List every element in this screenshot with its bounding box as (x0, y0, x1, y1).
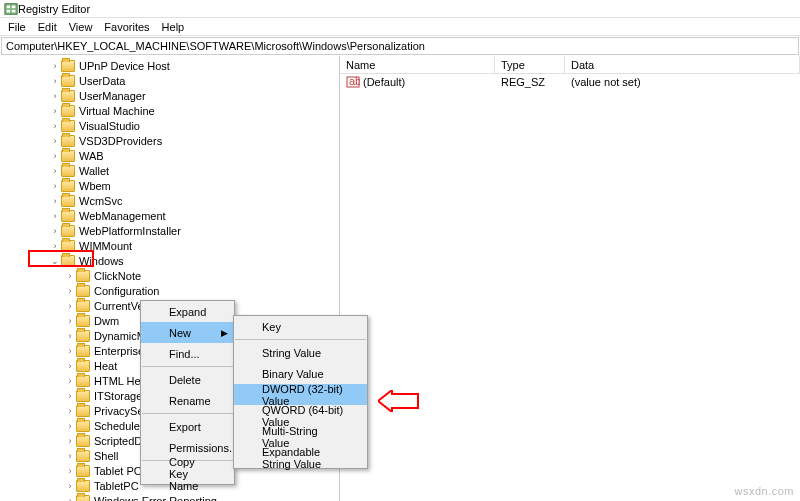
expand-chevron-icon[interactable]: › (49, 76, 61, 86)
expand-chevron-icon[interactable]: › (64, 346, 76, 356)
window-title: Registry Editor (18, 3, 90, 15)
expand-chevron-icon[interactable]: › (64, 286, 76, 296)
expand-chevron-icon[interactable]: › (64, 301, 76, 311)
tree-item-windows[interactable]: ⌄Windows (0, 253, 339, 268)
expand-chevron-icon[interactable]: › (49, 196, 61, 206)
main-area: ›UPnP Device Host›UserData›UserManager›V… (0, 56, 800, 501)
tree-item[interactable]: ›WcmSvc (0, 193, 339, 208)
tree-item[interactable]: ›ClickNote (0, 268, 339, 283)
ctx-new[interactable]: New▶ (141, 322, 234, 343)
folder-icon (76, 390, 90, 402)
col-type[interactable]: Type (495, 56, 565, 73)
folder-icon (76, 285, 90, 297)
expand-chevron-icon[interactable]: › (64, 391, 76, 401)
expand-chevron-icon[interactable]: › (49, 166, 61, 176)
expand-chevron-icon[interactable]: › (49, 121, 61, 131)
ctx-expand[interactable]: Expand (141, 301, 234, 322)
tree-item[interactable]: ›UserManager (0, 88, 339, 103)
folder-icon (76, 330, 90, 342)
tree-label: Heat (93, 360, 117, 372)
expand-chevron-icon[interactable]: › (64, 436, 76, 446)
tree-item[interactable]: ›Virtual Machine (0, 103, 339, 118)
tree-label: Dwm (93, 315, 119, 327)
tree-item[interactable]: ›WebManagement (0, 208, 339, 223)
expand-chevron-icon[interactable]: › (49, 241, 61, 251)
menu-file[interactable]: File (2, 21, 32, 33)
tree-item[interactable]: ›VisualStudio (0, 118, 339, 133)
tree-label: WAB (78, 150, 104, 162)
menu-favorites[interactable]: Favorites (98, 21, 155, 33)
context-submenu-new[interactable]: Key String Value Binary Value DWORD (32-… (233, 315, 368, 469)
tree-label: Tablet PC (93, 465, 142, 477)
value-row[interactable]: ab (Default) REG_SZ (value not set) (340, 74, 800, 90)
expand-chevron-icon[interactable]: › (64, 271, 76, 281)
expand-chevron-icon[interactable]: › (49, 61, 61, 71)
ctx-new-multistring[interactable]: Multi-String Value (234, 426, 367, 447)
tree-item[interactable]: ›UPnP Device Host (0, 58, 339, 73)
tree-item[interactable]: ›Wbem (0, 178, 339, 193)
tree-label: ClickNote (93, 270, 141, 282)
folder-icon (76, 315, 90, 327)
tree-item[interactable]: ›WebPlatformInstaller (0, 223, 339, 238)
tree-item[interactable]: ›Configuration (0, 283, 339, 298)
svg-rect-4 (12, 9, 16, 12)
ctx-delete[interactable]: Delete (141, 369, 234, 390)
watermark: wsxdn.com (734, 485, 794, 497)
ctx-new-string[interactable]: String Value (234, 342, 367, 363)
tree-item[interactable]: ›Wallet (0, 163, 339, 178)
title-bar: Registry Editor (0, 0, 800, 18)
col-data[interactable]: Data (565, 56, 800, 73)
menu-bar: File Edit View Favorites Help (0, 18, 800, 36)
tree-label: WebManagement (78, 210, 166, 222)
ctx-new-expandstring[interactable]: Expandable String Value (234, 447, 367, 468)
ctx-find[interactable]: Find... (141, 343, 234, 364)
folder-icon (61, 90, 75, 102)
expand-chevron-icon[interactable]: › (64, 421, 76, 431)
expand-chevron-icon[interactable]: › (64, 481, 76, 491)
expand-chevron-icon[interactable]: › (64, 316, 76, 326)
ctx-new-dword[interactable]: DWORD (32-bit) Value (234, 384, 367, 405)
ctx-export[interactable]: Export (141, 416, 234, 437)
col-name[interactable]: Name (340, 56, 495, 73)
folder-icon (61, 150, 75, 162)
folder-icon (61, 105, 75, 117)
menu-help[interactable]: Help (156, 21, 191, 33)
expand-chevron-icon[interactable]: › (49, 151, 61, 161)
expand-chevron-icon[interactable]: › (49, 91, 61, 101)
tree-item[interactable]: ›VSD3DProviders (0, 133, 339, 148)
expand-chevron-icon[interactable]: › (49, 181, 61, 191)
ctx-copy-key-name[interactable]: Copy Key Name (141, 463, 234, 484)
ctx-new-key[interactable]: Key (234, 316, 367, 337)
tree-item[interactable]: ›Windows Error Reporting (0, 493, 339, 501)
context-menu[interactable]: Expand New▶ Find... Delete Rename Export… (140, 300, 235, 485)
expand-chevron-icon[interactable]: › (64, 466, 76, 476)
tree-item[interactable]: ›UserData (0, 73, 339, 88)
ctx-new-binary[interactable]: Binary Value (234, 363, 367, 384)
folder-icon (61, 120, 75, 132)
ctx-separator (142, 413, 233, 414)
menu-edit[interactable]: Edit (32, 21, 63, 33)
expand-chevron-icon[interactable]: ⌄ (49, 256, 61, 266)
expand-chevron-icon[interactable]: › (64, 376, 76, 386)
expand-chevron-icon[interactable]: › (64, 451, 76, 461)
expand-chevron-icon[interactable]: › (64, 361, 76, 371)
tree-item[interactable]: ›WIMMount (0, 238, 339, 253)
tree-item[interactable]: ›WAB (0, 148, 339, 163)
value-list[interactable]: Name Type Data ab (Default) REG_SZ (valu… (340, 56, 800, 501)
folder-icon (61, 255, 75, 267)
expand-chevron-icon[interactable]: › (64, 331, 76, 341)
expand-chevron-icon[interactable]: › (64, 496, 76, 502)
tree-label: Configuration (93, 285, 159, 297)
folder-icon (76, 465, 90, 477)
folder-icon (61, 60, 75, 72)
expand-chevron-icon[interactable]: › (49, 106, 61, 116)
ctx-new-qword[interactable]: QWORD (64-bit) Value (234, 405, 367, 426)
expand-chevron-icon[interactable]: › (49, 226, 61, 236)
expand-chevron-icon[interactable]: › (49, 136, 61, 146)
menu-view[interactable]: View (63, 21, 99, 33)
address-bar[interactable]: Computer\HKEY_LOCAL_MACHINE\SOFTWARE\Mic… (1, 37, 799, 55)
expand-chevron-icon[interactable]: › (64, 406, 76, 416)
expand-chevron-icon[interactable]: › (49, 211, 61, 221)
tree-label: Wallet (78, 165, 109, 177)
ctx-rename[interactable]: Rename (141, 390, 234, 411)
